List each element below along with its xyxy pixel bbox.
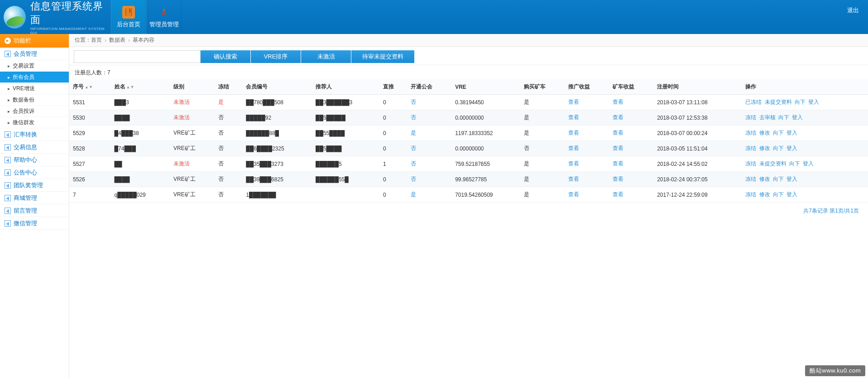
op-link[interactable]: 登入 — [786, 176, 797, 182]
breadcrumb-table[interactable]: 数据表 — [109, 36, 125, 44]
sidebar-cat-rate[interactable]: 汇率转换 — [0, 128, 69, 141]
op-link[interactable]: 未提交资料 — [765, 99, 792, 105]
op-link[interactable]: 向下 — [789, 160, 800, 167]
cell-member-no: █████92 — [242, 110, 312, 126]
view-link[interactable]: 查看 — [613, 130, 623, 136]
op-link[interactable]: 登入 — [786, 130, 797, 136]
sidebar-item-trade[interactable]: 交易设置 — [0, 60, 69, 72]
logout-button[interactable]: 退出 — [847, 6, 859, 15]
cell-id: 5529 — [69, 126, 111, 141]
view-link[interactable]: 查看 — [568, 176, 579, 182]
op-link[interactable]: 修改 — [759, 191, 770, 198]
cell-guild: 否 — [407, 110, 451, 126]
sidebar-item-all-members[interactable]: 所有会员 — [0, 72, 69, 83]
not-active-button[interactable]: 未激活 — [301, 50, 351, 63]
col-id[interactable]: 序号▲▼ — [69, 79, 111, 95]
sidebar-cat-member[interactable]: 会员管理 — [0, 48, 69, 60]
cell-buy: 是 — [520, 187, 565, 203]
view-link[interactable]: 查看 — [568, 191, 579, 198]
cell-referrer: ██████55█ — [312, 172, 379, 187]
view-link[interactable]: 查看 — [568, 145, 579, 151]
cell-id: 5526 — [69, 172, 111, 187]
nav-admin-button[interactable]: 管理员管理 — [146, 0, 182, 34]
view-link[interactable]: 查看 — [613, 114, 623, 121]
cell-direct: 0 — [379, 95, 407, 110]
op-link[interactable]: 向下 — [795, 99, 806, 105]
op-link[interactable]: 登入 — [786, 145, 797, 151]
op-link[interactable]: 修改 — [759, 176, 770, 182]
op-link[interactable]: 冻结 — [745, 130, 756, 136]
cell-vre: 1197.18333352 — [451, 126, 520, 141]
confirm-search-button[interactable]: 确认搜索 — [201, 50, 250, 63]
op-link[interactable]: 登入 — [803, 160, 814, 167]
sidebar-cat-mall[interactable]: 商城管理 — [0, 192, 69, 204]
col-promo: 推广收益 — [565, 79, 609, 95]
cell-vre: 0.00000000 — [451, 141, 520, 156]
cell-buy: 是 — [520, 95, 565, 110]
sidebar-header: 功能栏 — [0, 34, 69, 48]
cell-guild: 否 — [407, 172, 451, 187]
op-link[interactable]: 冻结 — [745, 160, 756, 167]
view-link[interactable]: 查看 — [568, 160, 579, 167]
op-link[interactable]: 向下 — [778, 114, 789, 121]
nav-home-button[interactable]: 后台首页 — [111, 0, 146, 34]
cell-direct: 0 — [379, 141, 407, 156]
op-link[interactable]: 登入 — [792, 114, 803, 121]
op-link[interactable]: 未提交资料 — [759, 160, 786, 167]
sidebar-cat-help[interactable]: 帮助中心 — [0, 154, 69, 166]
view-link[interactable]: 查看 — [613, 160, 623, 167]
plus-box-icon — [5, 170, 11, 176]
sidebar-cat-team-bonus[interactable]: 团队奖管理 — [0, 179, 69, 192]
view-link[interactable]: 查看 — [568, 130, 579, 136]
cell-direct: 1 — [379, 156, 407, 172]
vre-sort-button[interactable]: VRE排序 — [251, 50, 301, 63]
sidebar-item-vre-add[interactable]: VRE增送 — [0, 83, 69, 94]
op-link[interactable]: 去审核 — [759, 114, 776, 121]
view-link[interactable]: 查看 — [613, 191, 623, 198]
view-link[interactable]: 查看 — [568, 99, 579, 105]
op-link[interactable]: 向下 — [773, 176, 784, 182]
pending-docs-button[interactable]: 待审未提交资料 — [351, 50, 414, 63]
cell-id: 7 — [69, 187, 111, 203]
sidebar-cat-msg[interactable]: 留言管理 — [0, 204, 69, 217]
col-vre: VRE — [451, 79, 520, 95]
table-row: 5526████VRE矿工否██39███6825██████55█0否99.9… — [69, 172, 868, 187]
cell-vre: 7019.54260509 — [451, 187, 520, 203]
op-link[interactable]: 向下 — [773, 191, 784, 198]
op-link[interactable]: 修改 — [759, 145, 770, 151]
op-link[interactable]: 登入 — [786, 191, 797, 198]
view-link[interactable]: 查看 — [613, 176, 623, 182]
sidebar-item-wechat-mass[interactable]: 微信群发 — [0, 117, 69, 128]
cell-id: 5530 — [69, 110, 111, 126]
sidebar-cat-wechat[interactable]: 微信管理 — [0, 217, 69, 219]
op-link[interactable]: 冻结 — [745, 114, 756, 121]
op-link[interactable]: 向下 — [773, 130, 784, 136]
op-link[interactable]: 冻结 — [745, 145, 756, 151]
breadcrumb-label: 位置： — [75, 36, 91, 44]
cell-miner: 查看 — [609, 187, 653, 203]
breadcrumb-home[interactable]: 首页 — [91, 36, 102, 44]
col-name[interactable]: 姓名▲▼ — [111, 79, 170, 95]
op-link[interactable]: 修改 — [759, 130, 770, 136]
col-frozen: 冻结 — [215, 79, 242, 95]
op-link[interactable]: 冻结 — [745, 191, 756, 198]
cell-frozen: 否 — [215, 126, 242, 141]
view-link[interactable]: 查看 — [613, 145, 623, 151]
sidebar-cat-notice[interactable]: 公告中心 — [0, 166, 69, 179]
op-link[interactable]: 冻结 — [745, 176, 756, 182]
view-link[interactable]: 查看 — [613, 99, 623, 105]
cell-ops: 冻结 修改 向下 登入 — [742, 126, 868, 141]
svg-rect-1 — [126, 8, 131, 16]
op-link[interactable]: 向下 — [773, 145, 784, 151]
sidebar-item-backup[interactable]: 数据备份 — [0, 94, 69, 106]
sidebar: 功能栏 会员管理 交易设置 所有会员 VRE增送 数据备份 会员投诉 微信群发 … — [0, 34, 69, 219]
op-link[interactable]: 登入 — [808, 99, 819, 105]
cell-name: █4███38 — [111, 126, 170, 141]
sidebar-item-complaint[interactable]: 会员投诉 — [0, 106, 69, 117]
cell-buy: 是 — [520, 110, 565, 126]
view-link[interactable]: 查看 — [568, 114, 579, 121]
op-link[interactable]: 已冻结 — [745, 99, 762, 105]
search-input[interactable] — [74, 50, 201, 63]
sidebar-cat-trade-info[interactable]: 交易信息 — [0, 141, 69, 154]
cell-ops: 冻结 修改 向下 登入 — [742, 141, 868, 156]
